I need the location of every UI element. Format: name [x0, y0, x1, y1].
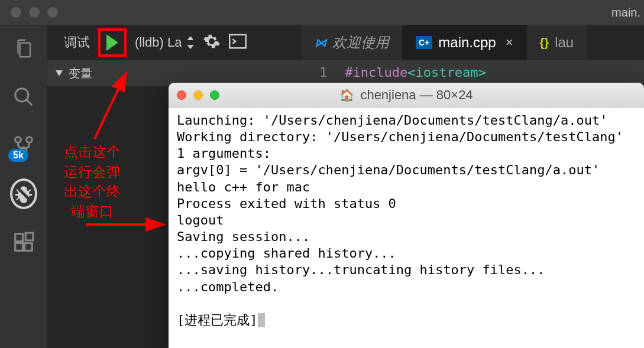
activity-bar: 5k	[0, 25, 47, 348]
source-control-badge: 5k	[8, 149, 28, 162]
terminal-line: Process exited with status 0	[177, 196, 396, 211]
include-keyword: #include	[345, 65, 407, 80]
play-icon	[106, 34, 118, 51]
annotation-line-2: 运行会弹	[64, 162, 121, 182]
terminal-line: argv[0] = '/Users/chenjiena/Documents/te…	[177, 162, 600, 177]
terminal-line: ...copying shared history...	[177, 246, 396, 261]
terminal-cursor	[258, 313, 265, 327]
window-title: main.	[611, 6, 640, 19]
home-icon: 🏠	[339, 88, 354, 102]
annotation-text: 点击这个 运行会弹 出这个终 端窗口	[64, 142, 121, 221]
code-line-1: 1 #include<iostream>	[319, 65, 486, 80]
vscode-logo-icon: ⋈	[315, 35, 326, 50]
annotation-line-1: 点击这个	[64, 142, 121, 162]
include-header: <iostream>	[407, 65, 486, 80]
tab-launch-json[interactable]: {} lau	[527, 25, 588, 60]
svg-rect-8	[15, 243, 23, 251]
editor-tabs: ⋈ 欢迎使用 C+ main.cpp × {} lau	[302, 25, 644, 60]
svg-line-12	[95, 77, 124, 139]
debug-label: 调试	[64, 34, 90, 51]
terminal-line: 1 arguments:	[177, 146, 271, 161]
cpp-file-icon: C+	[416, 36, 432, 49]
terminal-line: hello c++ for mac	[177, 180, 310, 194]
terminal-line: ...saving history...truncating history f…	[177, 262, 545, 277]
line-number: 1	[319, 65, 327, 80]
debug-console-icon[interactable]	[229, 34, 247, 51]
source-control-icon[interactable]: 5k	[11, 132, 37, 158]
extensions-icon[interactable]	[11, 229, 37, 255]
json-file-icon: {}	[540, 36, 549, 50]
annotation-line-4: 端窗口	[64, 201, 121, 222]
debug-icon[interactable]	[11, 181, 37, 207]
terminal-traffic-lights[interactable]	[177, 90, 219, 100]
select-updown-icon	[186, 36, 195, 49]
window-titlebar: main.	[0, 0, 644, 25]
svg-line-1	[27, 100, 33, 106]
terminal-line: ...completed.	[177, 279, 279, 294]
tab-main-label: main.cpp	[438, 34, 496, 51]
annotation-line-3: 出这个终	[64, 181, 121, 201]
tab-welcome[interactable]: ⋈ 欢迎使用	[302, 25, 403, 60]
svg-rect-9	[25, 243, 33, 251]
close-tab-icon[interactable]: ×	[506, 35, 513, 50]
tab-launch-label: lau	[555, 34, 574, 51]
svg-point-0	[15, 89, 28, 102]
explorer-icon[interactable]	[11, 35, 37, 61]
maximize-window-icon[interactable]	[47, 7, 58, 18]
svg-rect-10	[25, 233, 33, 240]
debug-config-label: (lldb) La	[135, 35, 182, 50]
gear-icon[interactable]	[203, 32, 221, 53]
terminal-title: 🏠 chenjiena — 80×24	[339, 87, 473, 103]
terminal-line: [进程已完成]	[177, 313, 258, 327]
chevron-down-icon	[56, 70, 63, 76]
terminal-body[interactable]: Launching: '/Users/chenjiena/Documents/t…	[169, 108, 644, 348]
terminal-line: logout	[177, 213, 224, 227]
minimize-window-icon[interactable]	[29, 7, 40, 18]
tab-welcome-label: 欢迎使用	[332, 33, 389, 52]
terminal-line: Saving session...	[177, 229, 310, 244]
tab-main-cpp[interactable]: C+ main.cpp ×	[403, 25, 527, 60]
terminal-maximize-icon[interactable]	[210, 90, 219, 100]
close-window-icon[interactable]	[11, 7, 21, 18]
start-debug-button[interactable]	[98, 28, 127, 57]
traffic-lights[interactable]	[11, 7, 58, 18]
terminal-close-icon[interactable]	[177, 90, 186, 100]
terminal-window[interactable]: 🏠 chenjiena — 80×24 Launching: '/Users/c…	[169, 83, 644, 348]
svg-point-3	[27, 137, 33, 143]
debug-config-select[interactable]: (lldb) La	[135, 35, 195, 50]
search-icon[interactable]	[11, 84, 37, 110]
svg-rect-11	[230, 35, 247, 48]
svg-point-2	[15, 137, 21, 143]
terminal-titlebar[interactable]: 🏠 chenjiena — 80×24	[169, 83, 644, 108]
terminal-minimize-icon[interactable]	[193, 90, 203, 100]
terminal-title-text: chenjiena — 80×24	[360, 87, 473, 103]
svg-rect-7	[15, 234, 23, 242]
terminal-line: Working directory: '/Users/chenjiena/Doc…	[177, 129, 623, 144]
terminal-line: Launching: '/Users/chenjiena/Documents/t…	[177, 113, 607, 128]
